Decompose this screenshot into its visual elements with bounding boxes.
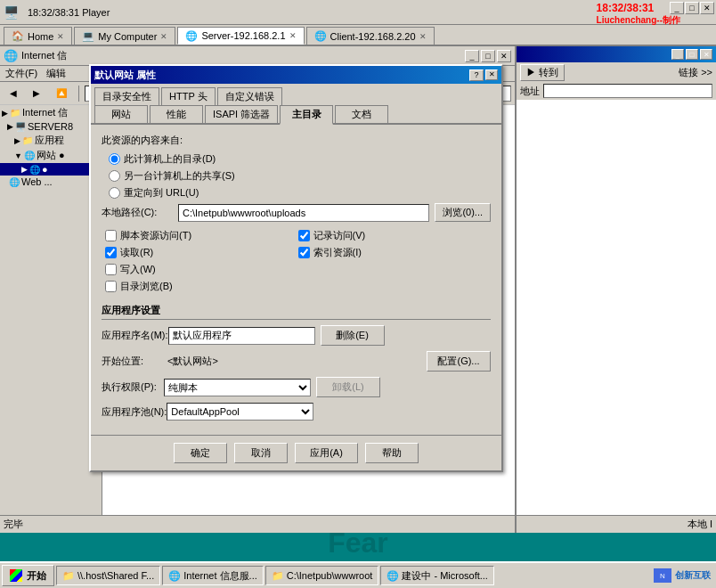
dialog-body: 此资源的内容来自: 此计算机上的目录(D) 另一台计算机上的共享(S) 重定向到… xyxy=(91,125,501,435)
tab-main-dir[interactable]: 主目录 xyxy=(280,105,333,125)
tab-dir-security[interactable]: 目录安全性 xyxy=(94,87,159,105)
cb-dir-browse[interactable]: 目录浏览(B) xyxy=(105,280,298,293)
tab-custom-error[interactable]: 自定义错误 xyxy=(217,87,282,105)
dialog-title: 默认网站 属性 xyxy=(94,69,156,82)
tab-http[interactable]: HTTP 头 xyxy=(161,87,216,105)
cb-read-input[interactable] xyxy=(105,247,117,258)
radio-redirect-input[interactable] xyxy=(109,187,120,199)
cb-log-access-input[interactable] xyxy=(298,230,310,241)
permission-label: 执行权限(P): xyxy=(102,380,164,394)
apply-btn[interactable]: 应用(A) xyxy=(295,443,358,463)
radio-share[interactable]: 另一台计算机上的共享(S) xyxy=(109,169,491,183)
cb-write[interactable]: 写入(W) xyxy=(105,263,298,276)
checkbox-grid: 脚本资源访问(T) 读取(R) 写入(W) 目录浏览(B) xyxy=(105,229,491,297)
local-path-label: 本地路径(C): xyxy=(102,206,173,219)
radio-local[interactable]: 此计算机上的目录(D) xyxy=(109,152,491,166)
start-pos-row: 开始位置: <默认网站> 配置(G)... xyxy=(102,351,491,372)
cb-index[interactable]: 索引资源(I) xyxy=(298,246,492,259)
app-name-row: 应用程序名(M): 删除(E) xyxy=(102,325,491,346)
stop-btn[interactable]: 卸载(L) xyxy=(316,377,380,397)
dialog-help-btn[interactable]: ? xyxy=(469,69,484,81)
content-source-label: 此资源的内容来自: xyxy=(102,134,491,147)
cb-write-input[interactable] xyxy=(105,264,117,275)
config-btn[interactable]: 配置(G)... xyxy=(427,351,491,372)
cb-dir-browse-input[interactable] xyxy=(105,281,117,292)
app-pool-select[interactable]: DefaultAppPool xyxy=(167,403,313,421)
app-pool-row: 应用程序池(N): DefaultAppPool xyxy=(102,403,491,421)
help-btn[interactable]: 帮助 xyxy=(365,443,419,463)
browse-btn[interactable]: 浏览(0)... xyxy=(435,203,491,222)
dialog-title-controls: ? ✕ xyxy=(469,69,498,81)
radio-local-input[interactable] xyxy=(109,153,120,165)
dialog-close-btn[interactable]: ✕ xyxy=(485,69,498,80)
cancel-btn[interactable]: 取消 xyxy=(234,443,288,463)
dialog-footer: 确定 取消 应用(A) 帮助 xyxy=(91,435,501,470)
start-pos-value: <默认网站> xyxy=(164,353,421,371)
dialog-tab-row1: 目录安全性 HTTP 头 自定义错误 xyxy=(91,84,501,105)
app-settings-header: 应用程序设置 xyxy=(102,304,491,320)
permission-select[interactable]: 纯脚本 xyxy=(164,379,311,396)
dialog-titlebar: 默认网站 属性 ? ✕ xyxy=(91,66,501,84)
cb-script-access[interactable]: 脚本资源访问(T) xyxy=(105,229,298,242)
radio-redirect[interactable]: 重定向到 URL(U) xyxy=(109,186,491,200)
permission-row: 执行权限(P): 纯脚本 卸载(L) xyxy=(102,377,491,397)
app-side-btns: 删除(E) xyxy=(321,325,385,346)
delete-btn[interactable]: 删除(E) xyxy=(321,325,385,346)
tab-isapi[interactable]: ISAPI 筛选器 xyxy=(205,105,278,123)
tab-performance[interactable]: 性能 xyxy=(150,105,203,123)
dialog-tab-row2: 网站 性能 ISAPI 筛选器 主目录 文档 xyxy=(91,105,501,125)
tab-docs[interactable]: 文档 xyxy=(335,105,388,123)
radio-share-input[interactable] xyxy=(109,170,120,182)
dialog-default-site: 默认网站 属性 ? ✕ 目录安全性 HTTP 头 自定义错误 网站 性能 ISA… xyxy=(89,64,503,472)
cb-read[interactable]: 读取(R) xyxy=(105,246,298,259)
radio-group: 此计算机上的目录(D) 另一台计算机上的共享(S) 重定向到 URL(U) xyxy=(109,152,491,200)
ok-btn[interactable]: 确定 xyxy=(174,443,227,463)
app-pool-label: 应用程序池(N): xyxy=(102,405,167,419)
local-path-input[interactable] xyxy=(178,204,429,222)
start-pos-label: 开始位置: xyxy=(102,355,164,368)
cb-log-access[interactable]: 记录访问(V) xyxy=(298,229,492,242)
app-name-label: 应用程序名(M): xyxy=(102,329,168,342)
app-name-input[interactable] xyxy=(168,327,315,345)
cb-script-access-input[interactable] xyxy=(105,230,117,241)
modal-overlay: 默认网站 属性 ? ✕ 目录安全性 HTTP 头 自定义错误 网站 性能 ISA… xyxy=(0,0,716,588)
local-path-row: 本地路径(C): 浏览(0)... xyxy=(102,203,491,222)
tab-website[interactable]: 网站 xyxy=(94,105,148,123)
cb-index-input[interactable] xyxy=(298,247,310,258)
